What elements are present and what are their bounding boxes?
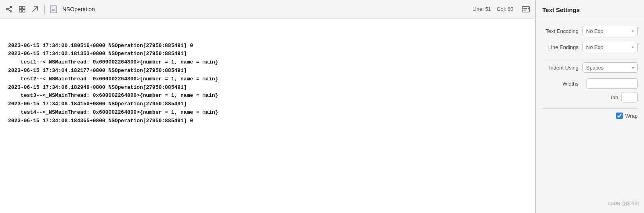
svg-point-0 [10,6,12,8]
watermark: CSDN @跖海剑 [536,197,644,207]
text-encoding-label: Text Encoding [542,28,578,34]
indent-using-row: Indent Using Spaces ▾ [542,62,638,73]
svg-point-2 [6,8,8,10]
code-line: test4--<_NSMainThread: 0x600002264800>{n… [8,109,527,117]
code-line: 2023-06-15 17:34:06.182940+0800 NSOperat… [8,84,527,92]
share-icon[interactable] [5,5,14,14]
toolbar-filename: NSOperation [62,6,95,12]
svg-line-9 [33,6,38,12]
widths-inputs [582,78,638,89]
indent-using-arrow: ▾ [632,66,634,70]
settings-divider-2 [542,108,638,109]
indent-using-value: Spaces [586,65,603,71]
svg-rect-5 [19,6,22,8]
svg-rect-8 [23,9,25,12]
settings-divider-1 [542,58,638,58]
code-line: 2023-06-15 17:34:08.184365+0800 NSOperat… [8,117,527,125]
svg-point-1 [10,10,12,12]
editor-container: N NSOperation Line: 51 Col: 60 2023-06-1… [0,0,535,213]
svg-line-3 [8,7,10,9]
code-line: 2023-06-15 17:34:00.180516+0800 NSOperat… [8,42,527,50]
code-area[interactable]: 2023-06-15 17:34:00.180516+0800 NSOperat… [0,18,535,213]
line-endings-label: Line Endings [542,44,578,50]
file-icon: N [49,5,57,13]
line-endings-control: No Exp ▾ [582,42,638,52]
settings-panel: Text Settings Text Encoding No Exp ▾ Lin… [535,0,644,213]
text-encoding-dropdown[interactable]: No Exp ▾ [582,26,638,36]
settings-title: Text Settings [536,6,644,19]
line-endings-arrow: ▾ [632,45,634,49]
svg-rect-7 [19,9,22,12]
line-endings-value: No Exp [586,44,603,50]
code-line: test3--<_NSMainThread: 0x600002264800>{n… [8,92,527,100]
code-line: 2023-06-15 17:34:02.181353+0800 NSOperat… [8,50,527,58]
tab-input[interactable] [621,92,638,102]
toolbar-divider [44,4,45,14]
wrap-toggle-icon[interactable] [521,5,530,14]
indent-using-label: Indent Using [542,65,578,71]
indent-using-control: Spaces ▾ [582,62,638,73]
svg-rect-6 [23,6,25,8]
code-line: 2023-06-15 17:34:04.182177+0800 NSOperat… [8,67,527,75]
toolbar-icons [5,5,39,14]
text-encoding-value: No Exp [586,28,603,34]
send-icon[interactable] [31,5,39,14]
widths-input-1[interactable] [587,78,638,89]
code-line: test2--<_NSMainThread: 0x600002264800>{n… [8,75,527,84]
toolbar-position: Line: 51 Col: 60 [472,6,513,12]
svg-line-4 [8,9,10,11]
wrap-row: Wrap [542,113,638,119]
indent-using-dropdown[interactable]: Spaces ▾ [582,62,638,73]
wrap-label: Wrap [625,113,638,119]
code-content: 2023-06-15 17:34:00.180516+0800 NSOperat… [8,25,527,125]
tab-row: Tab [542,92,638,102]
line-endings-row: Line Endings No Exp ▾ [542,42,638,52]
group-icon[interactable] [18,5,27,14]
text-encoding-row: Text Encoding No Exp ▾ [542,26,638,36]
text-encoding-control: No Exp ▾ [582,26,638,36]
settings-body: Text Encoding No Exp ▾ Line Endings No E… [536,19,644,197]
svg-text:N: N [52,8,55,12]
line-endings-dropdown[interactable]: No Exp ▾ [582,42,638,52]
code-line: 2023-06-15 17:34:08.184150+0800 NSOperat… [8,100,527,109]
toolbar: N NSOperation Line: 51 Col: 60 [0,0,535,18]
code-line: test1--<_NSMainThread: 0x600002264800>{n… [8,58,527,67]
text-encoding-arrow: ▾ [632,29,634,33]
widths-label: Widths [542,81,578,87]
wrap-checkbox[interactable] [616,113,623,119]
tab-label: Tab [610,94,618,100]
widths-row: Widths [542,78,638,89]
